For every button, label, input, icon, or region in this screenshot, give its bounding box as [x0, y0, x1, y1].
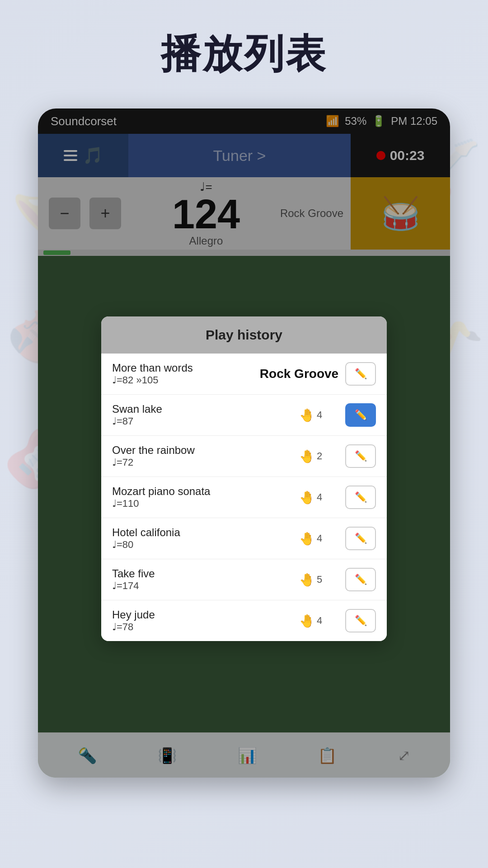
row-7-edit-button[interactable]: ✏️ — [345, 609, 376, 632]
history-row-5[interactable]: Hotel califonia ♩=80 🤚 4 ✏️ — [101, 518, 387, 559]
history-row-7[interactable]: Hey jude ♩=78 🤚 4 ✏️ — [101, 600, 387, 641]
pencil-icon-6: ✏️ — [355, 574, 367, 585]
hand-icon-7: 🤚 — [299, 613, 315, 628]
row-2-beat-num: 4 — [317, 409, 322, 421]
row-7-beat: 🤚 4 — [299, 613, 340, 628]
history-row-6[interactable]: Take five ♩=174 🤚 5 ✏️ — [101, 559, 387, 600]
row-1-info: More than words ♩=82 »105 — [112, 362, 253, 386]
row-2-info: Swan lake ♩=87 — [112, 403, 294, 427]
row-2-bpm: ♩=87 — [112, 415, 294, 427]
page-title: 播放列表 — [0, 27, 488, 81]
phone-frame: Soundcorset 📶 53% 🔋 PM 12:05 🎵 Tuner > 0… — [38, 108, 450, 778]
pencil-icon-3: ✏️ — [355, 450, 367, 462]
row-4-beat: 🤚 4 — [299, 490, 340, 505]
history-row-3[interactable]: Over the rainbow ♩=72 🤚 2 ✏️ — [101, 436, 387, 477]
row-3-bpm: ♩=72 — [112, 457, 294, 468]
pencil-icon-4: ✏️ — [355, 491, 367, 503]
row-1-genre: Rock Groove — [258, 367, 340, 381]
row-3-beat: 🤚 2 — [299, 449, 340, 464]
row-7-beat-num: 4 — [317, 615, 322, 627]
row-4-bpm: ♩=110 — [112, 498, 294, 509]
row-5-info: Hotel califonia ♩=80 — [112, 526, 294, 551]
hand-icon-3: 🤚 — [299, 449, 315, 464]
hand-icon-5: 🤚 — [299, 531, 315, 546]
row-5-beat: 🤚 4 — [299, 531, 340, 546]
row-7-bpm: ♩=78 — [112, 621, 294, 633]
row-1-title: More than words — [112, 362, 253, 374]
row-1-bpm: ♩=82 »105 — [112, 374, 253, 386]
pencil-icon-7: ✏️ — [355, 615, 367, 627]
hand-icon-6: 🤚 — [299, 572, 315, 587]
row-4-title: Mozart piano sonata — [112, 485, 294, 498]
row-4-info: Mozart piano sonata ♩=110 — [112, 485, 294, 509]
row-6-edit-button[interactable]: ✏️ — [345, 568, 376, 591]
row-3-edit-button[interactable]: ✏️ — [345, 444, 376, 468]
pencil-icon-5: ✏️ — [355, 533, 367, 544]
row-5-bpm: ♩=80 — [112, 539, 294, 551]
play-history-modal: Play history More than words ♩=82 »105 R… — [101, 316, 387, 641]
pencil-icon-1: ✏️ — [355, 368, 367, 380]
row-4-beat-num: 4 — [317, 491, 322, 503]
row-6-beat-num: 5 — [317, 574, 322, 585]
row-2-edit-button[interactable]: ✏️ — [345, 403, 376, 427]
history-row-4[interactable]: Mozart piano sonata ♩=110 🤚 4 ✏️ — [101, 477, 387, 518]
row-3-title: Over the rainbow — [112, 444, 294, 457]
row-6-beat: 🤚 5 — [299, 572, 340, 587]
row-6-title: Take five — [112, 567, 294, 580]
row-3-beat-num: 2 — [317, 450, 322, 462]
history-row-2[interactable]: Swan lake ♩=87 🤚 4 ✏️ — [101, 395, 387, 436]
pencil-icon-2: ✏️ — [355, 409, 367, 421]
row-5-beat-num: 4 — [317, 533, 322, 544]
hand-icon-2: 🤚 — [299, 408, 315, 423]
row-4-edit-button[interactable]: ✏️ — [345, 486, 376, 509]
row-2-title: Swan lake — [112, 403, 294, 415]
row-3-info: Over the rainbow ♩=72 — [112, 444, 294, 468]
row-5-edit-button[interactable]: ✏️ — [345, 527, 376, 550]
row-7-title: Hey jude — [112, 609, 294, 621]
modal-list: More than words ♩=82 »105 Rock Groove ✏️… — [101, 354, 387, 641]
row-6-bpm: ♩=174 — [112, 580, 294, 592]
row-1-edit-button[interactable]: ✏️ — [345, 362, 376, 386]
row-7-info: Hey jude ♩=78 — [112, 609, 294, 633]
row-6-info: Take five ♩=174 — [112, 567, 294, 592]
row-2-beat: 🤚 4 — [299, 408, 340, 423]
modal-title: Play history — [101, 316, 387, 354]
hand-icon-4: 🤚 — [299, 490, 315, 505]
row-5-title: Hotel califonia — [112, 526, 294, 539]
history-row-1[interactable]: More than words ♩=82 »105 Rock Groove ✏️ — [101, 354, 387, 395]
